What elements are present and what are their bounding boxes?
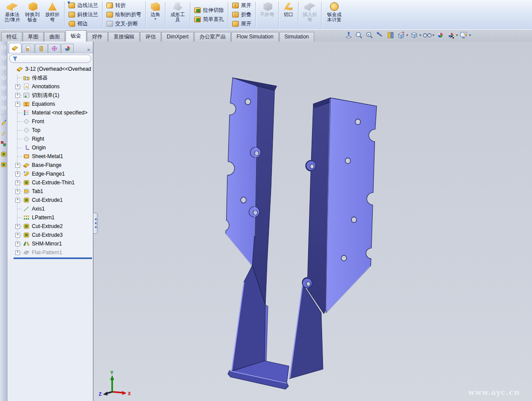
zoom-to-area-icon[interactable] — [354, 31, 364, 39]
tree-item-equations[interactable]: +Equations — [7, 100, 93, 108]
miter-flange-button[interactable]: 斜接法兰 — [66, 10, 100, 19]
edge-flange-button[interactable]: 边线法兰 — [66, 1, 100, 10]
tree-item-sensors[interactable]: 传感器 — [7, 73, 93, 82]
expand-toggle[interactable]: + — [15, 250, 20, 255]
tab-sheetmetal[interactable]: 钣金 — [65, 30, 86, 41]
tree-filter-input[interactable] — [9, 55, 91, 63]
tab-surfaces[interactable]: 曲面 — [44, 32, 65, 41]
lofted-bend-button[interactable]: 放样折 弯 — [42, 0, 62, 29]
tree-item-axis1[interactable]: Axis1 — [7, 204, 93, 213]
reference-geometry-icon[interactable] — [0, 141, 7, 147]
insert-bends-button[interactable]: 插入折 弯 — [300, 0, 319, 29]
base-flange-button[interactable]: 基体法 兰/薄片 — [2, 0, 22, 29]
tree-item-cut-extrude3[interactable]: +Cut-Extrude3 — [7, 231, 93, 239]
tree-item-edge-flange1[interactable]: +Edge-Flange1 — [7, 169, 93, 178]
tree-item-flat-pattern1[interactable]: +Flat-Pattern1 — [7, 248, 93, 257]
section-view-icon[interactable] — [386, 31, 395, 39]
expand-toggle[interactable]: + — [15, 198, 20, 203]
tab-flow-simulation[interactable]: Flow Simulation — [231, 32, 279, 41]
tree-item-tab1[interactable]: +Tab1 — [7, 187, 93, 196]
tab-evaluate[interactable]: 评估 — [140, 32, 161, 41]
featuremanager-tree-tab[interactable] — [9, 43, 21, 53]
tab-sketch[interactable]: 草图 — [23, 32, 44, 41]
rip-button[interactable]: 切口 — [281, 0, 296, 29]
extruded-cut-button[interactable]: 拉伸切除 — [192, 6, 226, 14]
tree-item-cut-extrude1[interactable]: +Cut-Extrude1 — [7, 196, 93, 204]
revolve-icon[interactable] — [0, 162, 7, 168]
apply-scene-icon[interactable] — [446, 31, 456, 39]
view-cube-icon[interactable] — [1, 85, 7, 90]
expand-toggle[interactable]: + — [15, 172, 20, 176]
dropdown-arrow-icon[interactable]: ▾ — [419, 33, 421, 37]
edit-appearance-icon[interactable] — [436, 31, 445, 39]
hide-show-items-icon[interactable] — [422, 31, 432, 39]
tree-item-shm-mirror1[interactable]: +SHM-Mirror1 — [7, 239, 93, 248]
tab-simulation[interactable]: Simulation — [279, 32, 314, 41]
expand-toggle[interactable]: + — [15, 93, 20, 98]
sketched-bend-button[interactable]: 绘制的折弯 — [104, 10, 144, 19]
graphics-viewport[interactable]: Y X Z www.ayc.cn — [93, 41, 532, 401]
simple-hole-button[interactable]: 简单直孔 — [192, 15, 226, 24]
expand-toggle[interactable]: + — [15, 224, 20, 229]
jog-button[interactable]: 转折 — [104, 1, 144, 10]
view-settings-icon[interactable] — [459, 31, 469, 39]
view-cube-icon[interactable] — [1, 55, 7, 60]
view-cube-icon[interactable] — [1, 95, 7, 100]
unfold-button[interactable]: 展开 — [230, 1, 254, 10]
view-cube-icon[interactable] — [1, 45, 7, 50]
tree-item-annotations[interactable]: +Annotations — [7, 82, 93, 91]
tree-item-material[interactable]: Material <not specified> — [7, 108, 93, 117]
expand-toggle[interactable]: + — [15, 233, 20, 238]
tab-weldments[interactable]: 焊件 — [87, 32, 108, 41]
zoom-to-fit-icon[interactable] — [344, 31, 354, 39]
expand-toggle[interactable]: + — [15, 84, 20, 89]
tree-root-part[interactable]: 3-12 (Overhead<<Overhead — [7, 65, 93, 73]
tab-direct-editing[interactable]: 直接编辑 — [108, 32, 140, 41]
sketch-icon[interactable] — [0, 120, 7, 126]
tree-item-top-plane[interactable]: Top — [7, 126, 93, 135]
corners-button[interactable]: 边角▾ — [148, 0, 163, 29]
view-cube-icon[interactable] — [1, 75, 7, 80]
tree-item-base-flange[interactable]: +Base-Flange — [7, 161, 93, 169]
dimxpertmanager-tab[interactable] — [48, 44, 61, 53]
dropdown-arrow-icon[interactable]: ▾ — [432, 33, 434, 37]
tab-office-products[interactable]: 办公室产品 — [194, 32, 231, 41]
no-bends-button[interactable]: 不折弯 — [257, 0, 277, 29]
fold-button[interactable]: 折叠 — [230, 10, 254, 19]
previous-view-icon[interactable] — [375, 31, 385, 39]
view-orientation-icon[interactable] — [396, 31, 406, 39]
expand-toggle[interactable]: + — [15, 102, 20, 107]
sheetmetal-costing-button[interactable]: 钣金成 本计算 — [323, 0, 345, 29]
extrude-icon[interactable] — [0, 151, 7, 157]
tab-dimxpert[interactable]: DimXpert — [161, 32, 194, 41]
tree-item-cut-extrude2[interactable]: +Cut-Extrude2 — [7, 222, 93, 231]
tree-item-lpattern1[interactable]: LPattern1 — [7, 213, 93, 222]
expand-toggle[interactable]: + — [15, 163, 20, 168]
expand-toggle[interactable]: + — [15, 242, 20, 246]
panel-splitter-handle[interactable] — [93, 213, 98, 234]
3d-sketch-icon[interactable] — [0, 130, 7, 136]
tree-item-origin[interactable]: Origin — [7, 143, 93, 152]
tab-features[interactable]: 特征 — [1, 32, 22, 41]
propertymanager-tab[interactable] — [22, 44, 34, 53]
tree-item-front-plane[interactable]: Front — [7, 117, 93, 126]
dropdown-arrow-icon[interactable]: ▾ — [456, 33, 458, 37]
expand-toggle[interactable]: + — [15, 189, 20, 194]
dropdown-arrow-icon[interactable]: ▾ — [406, 33, 408, 37]
tree-item-right-plane[interactable]: Right — [7, 135, 93, 143]
view-cube-icon[interactable] — [1, 65, 7, 70]
tree-item-cut-extrude-thin1[interactable]: +Cut-Extrude-Thin1 — [7, 178, 93, 187]
forming-tool-button[interactable]: 成形工 具 — [167, 0, 188, 29]
configurationmanager-tab[interactable] — [35, 44, 48, 53]
display-style-icon[interactable] — [409, 31, 419, 39]
flatten-button[interactable]: 展开 — [230, 20, 254, 28]
dropdown-arrow-icon[interactable]: ▾ — [154, 17, 156, 21]
expand-toggle[interactable]: + — [15, 180, 20, 185]
displaymanager-tab[interactable] — [61, 44, 74, 53]
zoom-in-out-icon[interactable]: ± — [365, 31, 374, 39]
panel-expand-chevron[interactable]: » — [86, 47, 92, 53]
tree-item-sheet-metal1[interactable]: Sheet-Metal1 — [7, 152, 93, 161]
dropdown-arrow-icon[interactable]: ▾ — [469, 33, 471, 37]
convert-to-sheetmetal-button[interactable]: 转换到 钣金 — [22, 0, 42, 29]
cross-break-button[interactable]: 交叉-折断 — [104, 20, 144, 28]
